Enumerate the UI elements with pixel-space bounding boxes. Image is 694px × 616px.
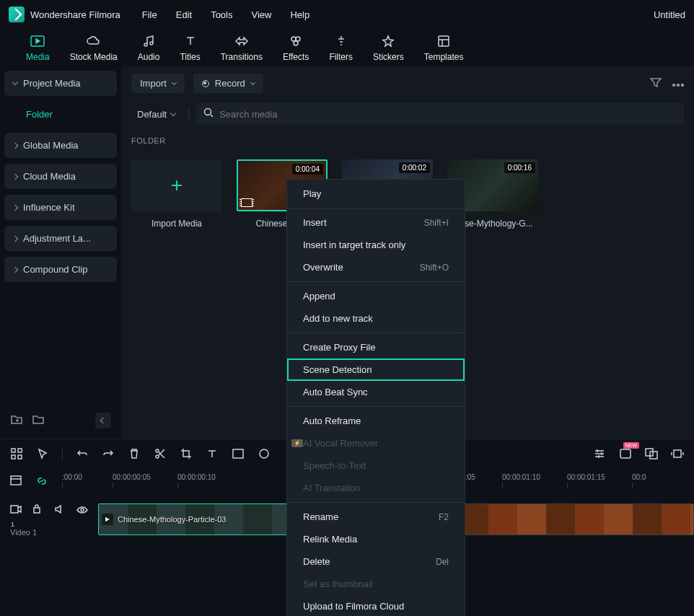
effects-icon bbox=[288, 33, 304, 49]
menu-help[interactable]: Help bbox=[290, 9, 309, 20]
templates-icon bbox=[436, 33, 452, 49]
text-tool-icon[interactable] bbox=[206, 447, 219, 460]
sidebar-project-media[interactable]: Project Media bbox=[4, 71, 117, 96]
context-menu: Play InsertShift+I Insert in target trac… bbox=[286, 179, 465, 616]
menu-file[interactable]: File bbox=[142, 9, 157, 20]
cloud-icon bbox=[86, 33, 102, 49]
tab-filters[interactable]: Filters bbox=[319, 33, 363, 62]
ctx-scene-detection[interactable]: Scene Detection bbox=[287, 358, 465, 381]
timeline-menu-icon[interactable] bbox=[10, 475, 23, 488]
ctx-add-new-track[interactable]: Add to new track bbox=[287, 307, 465, 330]
sort-default-dropdown[interactable]: Default bbox=[131, 106, 181, 123]
undo-icon[interactable] bbox=[76, 447, 89, 460]
adjust-icon[interactable] bbox=[593, 447, 606, 460]
tab-audio[interactable]: Audio bbox=[128, 33, 170, 62]
aspect-icon[interactable] bbox=[232, 447, 245, 460]
track-label: Video 1 bbox=[10, 528, 88, 537]
svg-point-8 bbox=[205, 109, 211, 115]
svg-rect-22 bbox=[11, 506, 18, 513]
tab-media[interactable]: Media bbox=[16, 33, 60, 62]
sidebar-cloud-media[interactable]: Cloud Media bbox=[4, 164, 117, 189]
ctx-speech-to-text: Speech-to-Text bbox=[287, 454, 465, 477]
ctx-auto-reframe[interactable]: Auto Reframe bbox=[287, 410, 465, 432]
ctx-relink[interactable]: Relink Media bbox=[287, 528, 465, 550]
svg-rect-20 bbox=[674, 450, 681, 457]
tab-effects[interactable]: Effects bbox=[273, 33, 319, 62]
import-dropdown[interactable]: Import bbox=[131, 74, 185, 93]
menu-view[interactable]: View bbox=[251, 9, 271, 20]
cursor-icon[interactable] bbox=[36, 447, 49, 460]
visibility-icon[interactable] bbox=[76, 503, 89, 516]
ctx-upload-cloud[interactable]: Upload to Filmora Cloud bbox=[287, 595, 465, 616]
folder-heading: FOLDER bbox=[121, 132, 694, 149]
translate-icon[interactable] bbox=[645, 447, 658, 460]
mute-icon[interactable] bbox=[54, 503, 66, 516]
svg-point-5 bbox=[673, 84, 675, 86]
delete-icon[interactable] bbox=[128, 447, 141, 460]
svg-point-7 bbox=[682, 84, 684, 86]
svg-rect-9 bbox=[12, 449, 15, 452]
timeline-clip[interactable] bbox=[459, 503, 694, 535]
filmstrip-icon bbox=[241, 198, 252, 207]
menu-tools[interactable]: Tools bbox=[211, 9, 232, 20]
lock-icon[interactable] bbox=[32, 503, 45, 516]
tab-stickers[interactable]: Stickers bbox=[363, 33, 414, 62]
svg-point-1 bbox=[291, 37, 296, 41]
tab-stock-media[interactable]: Stock Media bbox=[60, 33, 128, 62]
import-media-button[interactable]: + Import Media bbox=[131, 159, 222, 229]
ctx-delete[interactable]: DeleteDel bbox=[287, 550, 465, 573]
more-icon[interactable] bbox=[672, 76, 684, 91]
tab-templates[interactable]: Templates bbox=[414, 33, 474, 62]
chevron-right-icon bbox=[12, 173, 18, 179]
tab-transitions[interactable]: Transitions bbox=[211, 33, 273, 62]
redo-icon[interactable] bbox=[102, 447, 115, 460]
sidebar-compound-clip[interactable]: Compound Clip bbox=[4, 257, 117, 282]
menu-edit[interactable]: Edit bbox=[176, 9, 192, 20]
link-icon[interactable] bbox=[36, 475, 49, 488]
search-input[interactable] bbox=[196, 103, 684, 125]
ctx-set-thumbnail: Set as thumbnail bbox=[287, 573, 465, 595]
svg-rect-10 bbox=[18, 449, 22, 452]
svg-rect-19 bbox=[650, 452, 657, 459]
sidebar-folder[interactable]: Folder bbox=[4, 102, 117, 127]
chevron-right-icon bbox=[12, 204, 18, 210]
chevron-left-icon bbox=[100, 418, 106, 423]
export-icon[interactable] bbox=[671, 447, 684, 460]
chevron-down-icon bbox=[172, 79, 177, 84]
ctx-insert[interactable]: InsertShift+I bbox=[287, 211, 465, 234]
collapse-sidebar-button[interactable] bbox=[95, 413, 111, 428]
folder-icon[interactable] bbox=[32, 414, 45, 427]
stickers-icon bbox=[380, 33, 396, 49]
crop-icon[interactable] bbox=[180, 447, 193, 460]
app-name: Wondershare Filmora bbox=[30, 9, 120, 20]
svg-point-3 bbox=[294, 41, 298, 45]
ctx-append[interactable]: Append bbox=[287, 285, 465, 307]
ctx-overwrite[interactable]: OverwriteShift+O bbox=[287, 256, 465, 278]
chevron-right-icon bbox=[12, 235, 18, 241]
track-header: 1 Video 1 bbox=[0, 496, 98, 544]
ctx-insert-target[interactable]: Insert in target track only bbox=[287, 234, 465, 256]
ctx-play[interactable]: Play bbox=[287, 182, 465, 205]
split-icon[interactable] bbox=[154, 447, 167, 460]
sidebar-global-media[interactable]: Global Media bbox=[4, 133, 117, 158]
new-folder-icon[interactable] bbox=[10, 414, 23, 427]
ctx-create-proxy[interactable]: Create Proxy File bbox=[287, 336, 465, 358]
svg-point-16 bbox=[260, 449, 268, 458]
ctx-auto-beat[interactable]: Auto Beat Sync bbox=[287, 381, 465, 403]
record-tool-icon[interactable] bbox=[258, 447, 271, 460]
tab-titles[interactable]: Titles bbox=[170, 33, 210, 62]
chevron-right-icon bbox=[12, 142, 18, 148]
svg-rect-18 bbox=[646, 449, 653, 456]
record-dropdown[interactable]: Record bbox=[193, 74, 263, 93]
media-icon bbox=[30, 33, 45, 49]
video-track-icon[interactable]: 1 bbox=[10, 503, 22, 516]
title-bar: Wondershare Filmora File Edit Tools View… bbox=[0, 0, 694, 29]
sidebar-influence-kit[interactable]: Influence Kit bbox=[4, 195, 117, 220]
ai-tool-icon[interactable] bbox=[619, 447, 632, 460]
svg-point-2 bbox=[296, 37, 300, 41]
filter-icon[interactable] bbox=[649, 76, 662, 91]
category-tabs: Media Stock Media Audio Titles Transitio… bbox=[0, 29, 694, 66]
sidebar-adjustment-layer[interactable]: Adjustment La... bbox=[4, 226, 117, 251]
ctx-rename[interactable]: RenameF2 bbox=[287, 506, 465, 528]
grid-icon[interactable] bbox=[10, 447, 23, 460]
